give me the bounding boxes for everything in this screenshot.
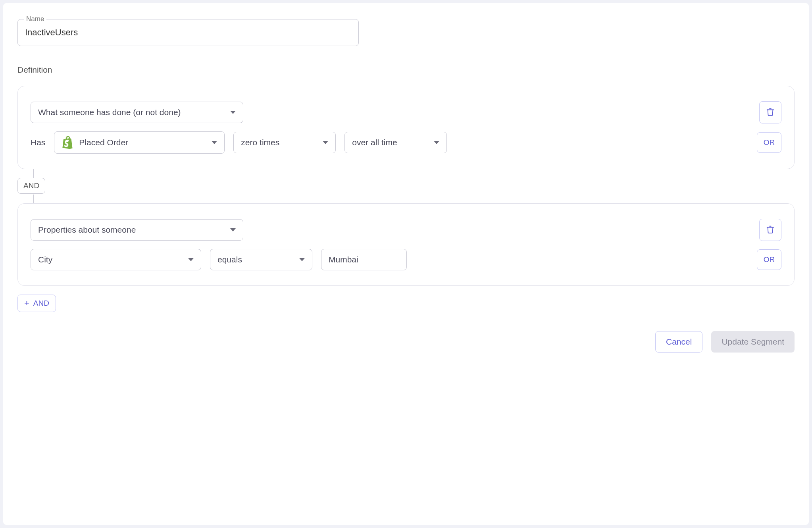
trash-icon (766, 225, 775, 235)
name-field-wrap: Name (17, 19, 359, 46)
condition-card-1: What someone has done (or not done) Has (17, 86, 795, 169)
footer: Cancel Update Segment (17, 331, 795, 353)
delete-condition-button[interactable] (759, 219, 781, 241)
chevron-down-icon (188, 258, 194, 261)
range-select[interactable]: over all time (344, 132, 447, 153)
connector-line (33, 195, 34, 203)
has-label: Has (31, 138, 45, 147)
operator-select[interactable]: equals (210, 249, 312, 270)
condition-type-select[interactable]: What someone has done (or not done) (31, 102, 243, 123)
or-label: OR (764, 138, 775, 147)
connector: AND (17, 169, 795, 203)
condition-type-value: Properties about someone (38, 225, 136, 235)
chevron-down-icon (434, 141, 439, 144)
chevron-down-icon (323, 141, 328, 144)
times-value: zero times (241, 138, 279, 147)
plus-icon: + (24, 299, 29, 308)
event-value: Placed Order (79, 138, 128, 147)
condition-card-2: Properties about someone City (17, 203, 795, 286)
chevron-down-icon (299, 258, 305, 261)
connector-line (33, 169, 34, 178)
chevron-down-icon (230, 111, 236, 114)
update-segment-button[interactable]: Update Segment (711, 331, 795, 353)
range-value: over all time (352, 138, 397, 147)
property-select[interactable]: City (31, 249, 201, 270)
cancel-button[interactable]: Cancel (655, 331, 702, 353)
chevron-down-icon (230, 228, 236, 231)
or-button[interactable]: OR (757, 132, 781, 153)
operator-value: equals (217, 255, 242, 264)
property-value: City (38, 255, 52, 264)
times-select[interactable]: zero times (233, 132, 336, 153)
event-select[interactable]: Placed Order (54, 131, 225, 154)
name-legend: Name (24, 15, 46, 23)
add-and-button[interactable]: + AND (17, 295, 56, 312)
condition-type-select[interactable]: Properties about someone (31, 219, 243, 241)
and-chip: AND (17, 178, 45, 194)
definition-label: Definition (17, 65, 795, 75)
delete-condition-button[interactable] (759, 101, 781, 123)
segment-editor: Name Definition What someone has done (o… (3, 3, 809, 525)
name-input[interactable] (17, 19, 359, 46)
add-and-label: AND (33, 299, 49, 308)
or-label: OR (764, 255, 775, 264)
trash-icon (766, 107, 775, 118)
or-button[interactable]: OR (757, 249, 781, 270)
chevron-down-icon (212, 141, 217, 144)
condition-type-value: What someone has done (or not done) (38, 108, 181, 117)
shopify-icon (62, 136, 73, 149)
property-value-input[interactable] (321, 249, 407, 270)
